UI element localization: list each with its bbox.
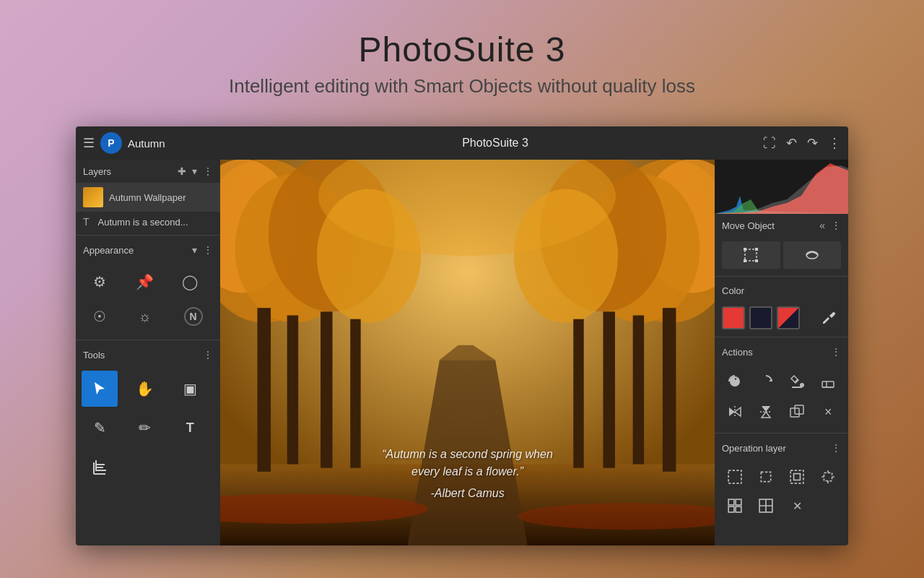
svg-marker-40 bbox=[762, 412, 770, 418]
color-title: Color bbox=[722, 285, 841, 296]
quote-text: “Autumn is a second spring when every le… bbox=[352, 446, 583, 502]
divider-1 bbox=[76, 235, 220, 236]
actions-grid: × bbox=[715, 363, 848, 430]
op-select-rect[interactable] bbox=[751, 464, 780, 490]
action-rotate-ccw[interactable] bbox=[720, 368, 749, 395]
svg-rect-13 bbox=[287, 315, 298, 464]
action-delete[interactable]: × bbox=[814, 398, 842, 426]
appearance-more-icon[interactable]: ⋮ bbox=[203, 244, 213, 256]
svg-rect-53 bbox=[728, 499, 734, 505]
svg-rect-28 bbox=[755, 248, 758, 251]
op-select-expand[interactable] bbox=[814, 464, 842, 490]
color-tools bbox=[715, 302, 848, 334]
action-fill[interactable] bbox=[783, 368, 811, 395]
right-panel: Move Object « ⋮ Color bbox=[715, 160, 848, 545]
hamburger-icon[interactable]: ☰ bbox=[83, 135, 95, 151]
layers-add-icon[interactable]: ✚ bbox=[178, 165, 186, 177]
op-select-shrink[interactable] bbox=[783, 464, 811, 490]
op-close[interactable]: ✕ bbox=[783, 493, 811, 519]
appearance-header: Appearance ▾ ⋮ bbox=[76, 238, 220, 262]
svg-rect-45 bbox=[761, 472, 770, 481]
svg-rect-46 bbox=[790, 470, 803, 483]
eyedropper-tool[interactable] bbox=[818, 306, 841, 329]
op-grid-large[interactable] bbox=[751, 493, 780, 519]
banner-subtitle: Intelligent editing with Smart Objects w… bbox=[229, 75, 695, 98]
move-tool-transform[interactable] bbox=[722, 241, 780, 269]
layer-name-2: Autumn is a second... bbox=[98, 217, 188, 228]
tools-more-icon[interactable]: ⋮ bbox=[203, 349, 213, 361]
svg-marker-33 bbox=[769, 379, 772, 381]
layers-title: Layers bbox=[83, 166, 178, 177]
color-swatch-overlay[interactable] bbox=[777, 306, 800, 329]
svg-marker-37 bbox=[735, 407, 741, 416]
histogram bbox=[715, 160, 848, 214]
title-bar-center-title: PhotoSuite 3 bbox=[227, 137, 763, 150]
move-object-title: Move Object bbox=[722, 220, 819, 231]
svg-rect-44 bbox=[728, 470, 741, 483]
op-select-all[interactable] bbox=[720, 464, 749, 490]
fullscreen-icon[interactable]: ⛶ bbox=[763, 136, 776, 151]
appearance-image-icon[interactable]: ⚙ bbox=[82, 266, 118, 298]
divider-2 bbox=[76, 340, 220, 340]
tools-header-icons: ⋮ bbox=[203, 349, 213, 361]
action-flip-h[interactable] bbox=[720, 398, 749, 426]
top-banner: PhotoSuite 3 Intelligent editing with Sm… bbox=[0, 0, 924, 126]
svg-rect-30 bbox=[755, 259, 758, 262]
tool-move[interactable]: ✋ bbox=[127, 371, 163, 407]
operation-layer-more-icon[interactable]: ⋮ bbox=[831, 442, 841, 454]
tool-pen[interactable]: ✎ bbox=[82, 410, 118, 446]
canvas-area: “Autumn is a second spring when every le… bbox=[220, 160, 715, 545]
layer-item-wallpaper[interactable]: Autumn Wallpaper bbox=[76, 183, 220, 212]
tool-crop[interactable] bbox=[82, 449, 118, 485]
quote-line1: “Autumn is a second spring when bbox=[352, 446, 583, 463]
tool-brush[interactable]: ✏ bbox=[127, 410, 163, 446]
layer-item-text[interactable]: T Autumn is a second... bbox=[76, 212, 220, 232]
appearance-circle-icon[interactable]: ◯ bbox=[172, 266, 208, 298]
layers-section: Layers ✚ ▾ ⋮ Autumn Wallpaper T Autumn bbox=[76, 160, 220, 232]
quote-line2: every leaf is a flower.” bbox=[352, 463, 583, 480]
layers-more-icon[interactable]: ⋮ bbox=[203, 165, 213, 177]
divider-r1 bbox=[715, 276, 848, 277]
svg-rect-55 bbox=[728, 506, 734, 512]
canvas-image: “Autumn is a second spring when every le… bbox=[220, 160, 715, 545]
move-tools-grid bbox=[715, 237, 848, 273]
appearance-pin-icon[interactable]: 📌 bbox=[127, 266, 163, 298]
action-clone[interactable] bbox=[783, 398, 811, 426]
svg-rect-14 bbox=[321, 311, 332, 467]
appearance-brightness-icon[interactable]: ☼ bbox=[127, 301, 163, 332]
appearance-expand-icon[interactable]: ▾ bbox=[192, 244, 197, 256]
layers-expand-icon[interactable]: ▾ bbox=[192, 165, 197, 177]
operation-layer-icons: ⋮ bbox=[831, 442, 841, 454]
tool-select[interactable] bbox=[82, 371, 118, 407]
appearance-n-icon[interactable]: N bbox=[184, 307, 203, 326]
appearance-globe-icon[interactable]: ☉ bbox=[82, 301, 118, 332]
move-object-header: Move Object « ⋮ bbox=[715, 214, 848, 237]
action-erase[interactable] bbox=[814, 368, 842, 395]
action-rotate-cw[interactable] bbox=[751, 368, 780, 395]
appearance-header-icons: ▾ ⋮ bbox=[192, 244, 213, 256]
tools-title: Tools bbox=[83, 350, 203, 361]
color-swatch-foreground[interactable] bbox=[722, 306, 745, 329]
svg-rect-27 bbox=[744, 248, 746, 251]
move-tool-warp[interactable] bbox=[783, 241, 842, 269]
move-object-header-icons: « ⋮ bbox=[819, 220, 841, 231]
window-title: Autumn bbox=[128, 137, 165, 150]
action-flip-v[interactable] bbox=[751, 398, 780, 426]
op-grid-small[interactable] bbox=[720, 493, 749, 519]
redo-icon[interactable]: ↷ bbox=[807, 135, 818, 151]
more-options-icon[interactable]: ⋮ bbox=[828, 135, 841, 151]
divider-r3 bbox=[715, 433, 848, 434]
main-content: Layers ✚ ▾ ⋮ Autumn Wallpaper T Autumn bbox=[76, 160, 848, 545]
tool-text[interactable]: T bbox=[172, 410, 208, 446]
move-object-more-icon[interactable]: ⋮ bbox=[831, 220, 841, 231]
color-swatch-background[interactable] bbox=[749, 306, 772, 329]
move-object-back-icon[interactable]: « bbox=[819, 220, 825, 231]
undo-icon[interactable]: ↶ bbox=[786, 135, 797, 151]
tool-selection[interactable]: ▣ bbox=[172, 371, 208, 407]
svg-rect-18 bbox=[603, 311, 614, 467]
svg-rect-35 bbox=[822, 381, 834, 387]
app-window: ☰ P Autumn PhotoSuite 3 ⛶ ↶ ↷ ⋮ Layers ✚ bbox=[76, 126, 848, 545]
divider-r2 bbox=[715, 337, 848, 337]
title-bar-actions: ⛶ ↶ ↷ ⋮ bbox=[763, 135, 841, 151]
actions-more-icon[interactable]: ⋮ bbox=[831, 346, 841, 358]
